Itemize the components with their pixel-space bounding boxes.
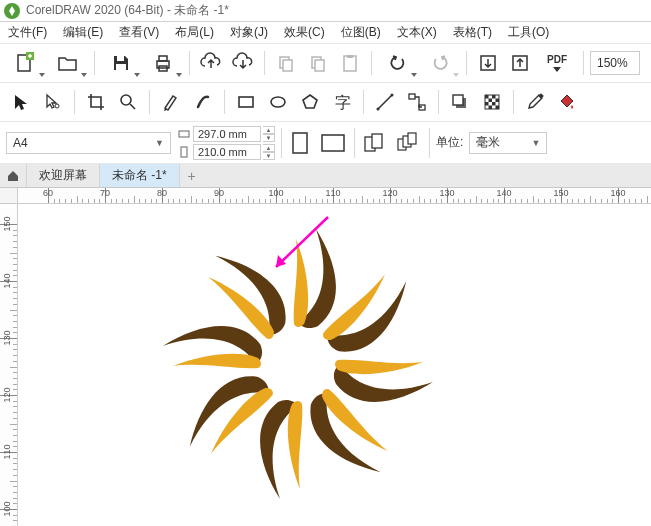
menu-table[interactable]: 表格(T) [453,24,492,41]
separator [429,128,430,158]
separator [513,90,514,114]
polygon-tool[interactable] [295,87,325,117]
menu-edit[interactable]: 编辑(E) [63,24,103,41]
ruler-horizontal[interactable]: 60708090100110120130140150160 [18,188,651,204]
connector-tool[interactable] [402,87,432,117]
svg-point-21 [391,94,394,97]
zoom-tool[interactable] [113,87,143,117]
new-button[interactable] [6,48,46,78]
menu-layout[interactable]: 布局(L) [175,24,214,41]
svg-rect-44 [408,133,416,144]
svg-rect-2 [117,56,124,61]
svg-rect-38 [293,133,307,153]
separator [189,51,190,75]
svg-rect-12 [347,55,353,58]
workarea: 60708090100110120130140150160 1501401301… [0,188,651,526]
drop-shadow-tool[interactable] [445,87,475,117]
separator [466,51,467,75]
menu-bitmap[interactable]: 位图(B) [341,24,381,41]
undo-button[interactable] [378,48,418,78]
svg-rect-3 [116,64,126,70]
dropdown-arrow-icon [411,73,417,77]
separator [438,90,439,114]
ruler-origin[interactable] [0,188,18,204]
crop-tool[interactable] [81,87,111,117]
page-height-input[interactable]: 210.0 mm [193,144,261,160]
landscape-button[interactable] [318,128,348,158]
svg-rect-22 [409,94,415,99]
paper-size-select[interactable]: A4 ▼ [6,132,171,154]
height-spinner[interactable]: ▲▼ [263,144,275,160]
svg-rect-30 [496,99,500,103]
ellipse-tool[interactable] [263,87,293,117]
menu-effects[interactable]: 效果(C) [284,24,325,41]
pick-tool[interactable] [6,87,36,117]
menu-view[interactable]: 查看(V) [119,24,159,41]
save-button[interactable] [101,48,141,78]
transparency-tool[interactable] [477,87,507,117]
height-icon [177,145,191,159]
document-tabs: 欢迎屏幕 未命名 -1* + [0,164,651,188]
current-page-button[interactable] [395,129,423,157]
svg-text:字: 字 [335,94,351,111]
shape-tool[interactable] [38,87,68,117]
page-width-input[interactable]: 297.0 mm [193,126,261,142]
units-label: 单位: [436,134,463,151]
publish-pdf-button[interactable]: PDF [537,48,577,78]
tab-welcome[interactable]: 欢迎屏幕 [27,164,100,187]
width-spinner[interactable]: ▲▼ [263,126,275,142]
separator [363,90,364,114]
new-tab-button[interactable]: + [180,164,204,187]
canvas[interactable] [18,204,651,526]
artistic-media-tool[interactable] [188,87,218,117]
import-button[interactable] [473,48,503,78]
separator [354,128,355,158]
svg-point-18 [271,97,285,107]
cloud-download-button[interactable] [228,48,258,78]
tab-home[interactable] [0,164,27,187]
dropdown-arrow-icon [39,73,45,77]
text-tool[interactable]: 字 [327,87,357,117]
standard-toolbar: PDF 150% [0,44,651,83]
menu-file[interactable]: 文件(F) [8,24,47,41]
units-select[interactable]: 毫米 ▼ [469,132,547,154]
dropdown-arrow-icon [81,73,87,77]
window-title: CorelDRAW 2020 (64-Bit) - 未命名 -1* [26,2,229,19]
svg-rect-34 [496,106,500,110]
svg-rect-28 [492,95,496,99]
svg-rect-25 [453,95,463,105]
dropdown-arrow-icon [134,73,140,77]
portrait-button[interactable] [288,128,312,158]
tab-document[interactable]: 未命名 -1* [100,164,180,187]
svg-rect-39 [322,135,344,151]
menu-text[interactable]: 文本(X) [397,24,437,41]
svg-rect-5 [159,56,167,61]
dropdown-arrow-icon [176,73,182,77]
eyedropper-tool[interactable] [520,87,550,117]
home-icon [6,169,20,183]
separator [281,128,282,158]
chevron-down-icon: ▼ [155,138,164,148]
svg-point-16 [121,95,131,105]
ruler-vertical[interactable]: 150140130120110100 [0,204,18,526]
paste-button [303,48,333,78]
all-pages-button[interactable] [361,129,389,157]
separator [371,51,372,75]
interactive-fill-tool[interactable] [552,87,582,117]
freehand-tool[interactable] [156,87,186,117]
export-button[interactable] [505,48,535,78]
print-button[interactable] [143,48,183,78]
menu-object[interactable]: 对象(J) [230,24,268,41]
svg-rect-29 [489,99,493,103]
svg-rect-10 [315,60,324,71]
dimension-tool[interactable] [370,87,400,117]
rectangle-tool[interactable] [231,87,261,117]
separator [74,90,75,114]
cloud-upload-button[interactable] [196,48,226,78]
open-button[interactable] [48,48,88,78]
zoom-level-input[interactable]: 150% [590,51,640,75]
svg-point-20 [377,108,380,111]
redo-button [420,48,460,78]
menu-tools[interactable]: 工具(O) [508,24,549,41]
svg-rect-31 [485,102,489,106]
